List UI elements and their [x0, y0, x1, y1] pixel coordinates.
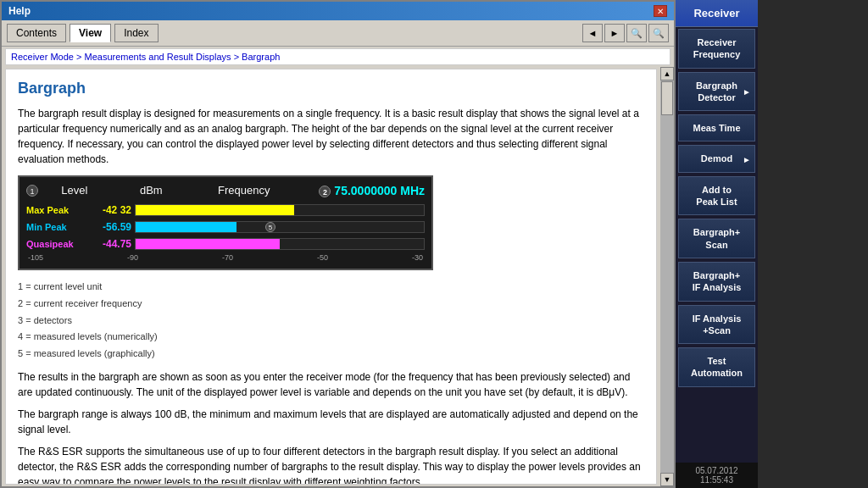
- meas-time-button[interactable]: Meas Time: [678, 114, 755, 141]
- bargraph-scan-button[interactable]: Bargraph+Scan: [678, 219, 755, 258]
- bargraph-scale: -105 -90 -70 -50 -30: [26, 253, 425, 262]
- maxpeak-value: -42 32: [89, 204, 131, 216]
- help-window: Help ✕ Contents View Index ◄ ► 🔍 🔍 Recei…: [0, 0, 676, 488]
- minpeak-label: Min Peak: [26, 222, 86, 232]
- nav-buttons: ◄ ► 🔍 🔍: [582, 24, 669, 42]
- maxpeak-label: Max Peak: [26, 205, 86, 215]
- legend-item-3: 3 = detectors: [18, 313, 644, 330]
- datetime-display: 05.07.201211:55:43: [676, 463, 758, 488]
- paragraph-4: The R&S ESR supports the simultaneous us…: [18, 444, 644, 485]
- scale-2: -90: [127, 253, 138, 262]
- bargraph-header: 1 Level dBm Frequency 2 75.0000000 MHz: [26, 184, 425, 197]
- tab-view[interactable]: View: [70, 24, 111, 42]
- bargraph-row-minpeak: Min Peak -56.59 5: [26, 219, 425, 235]
- quasipeak-label: Quasipeak: [26, 239, 86, 249]
- scale-1: -105: [28, 253, 43, 262]
- scroll-up-button[interactable]: ▲: [660, 67, 674, 80]
- breadcrumb: Receiver Mode > Measurements and Result …: [5, 48, 670, 65]
- breadcrumb-link-measurements[interactable]: Measurements and Result Displays: [85, 52, 231, 62]
- minpeak-bar: 5: [135, 221, 425, 233]
- add-to-peak-list-button[interactable]: Add toPeak List: [678, 176, 755, 216]
- receiver-frequency-button[interactable]: ReceiverFrequency: [678, 29, 755, 69]
- bargraph-unit: dBm: [140, 184, 163, 197]
- demod-arrow: ►: [743, 153, 751, 164]
- scale-4: -50: [317, 253, 328, 262]
- maxpeak-bar: [135, 204, 425, 216]
- close-button[interactable]: ✕: [654, 5, 667, 17]
- bargraph-detector-button[interactable]: BargraphDetector ►: [678, 72, 755, 112]
- bargraph-freq-value: 2 75.0000000 MHz: [319, 184, 425, 197]
- demod-button[interactable]: Demod ►: [678, 145, 755, 172]
- tab-index[interactable]: Index: [114, 24, 158, 42]
- scroll-thumb[interactable]: [661, 81, 673, 115]
- legend-item-1: 1 = current level unit: [18, 279, 644, 296]
- main-content: Bargraph The bargraph result display is …: [5, 69, 657, 485]
- scale-3: -70: [222, 253, 233, 262]
- nav-zoom-out-button[interactable]: 🔍: [648, 24, 669, 42]
- content-area: Bargraph The bargraph result display is …: [2, 67, 674, 486]
- paragraph-2: The results in the bargraph are shown as…: [18, 369, 644, 400]
- bargraph-row-maxpeak: Max Peak -42 32: [26, 202, 425, 218]
- quasipeak-bar: [135, 238, 425, 250]
- window-title: Help: [8, 5, 31, 17]
- bargraph-detector-arrow: ►: [743, 86, 751, 97]
- receiver-header: Receiver: [676, 0, 758, 27]
- paragraph-1: The bargraph result display is designed …: [18, 106, 644, 167]
- minpeak-bar-fill: [136, 222, 236, 232]
- minpeak-value: -56.59: [89, 221, 131, 233]
- legend-item-2: 2 = current receiver frequency: [18, 296, 644, 313]
- breadcrumb-current: Bargraph: [242, 52, 280, 62]
- if-analysis-scan-button[interactable]: IF Analysis+Scan: [678, 305, 755, 345]
- nav-forward-button[interactable]: ►: [604, 24, 625, 42]
- legend-item-4: 4 = measured levels (numerically): [18, 329, 644, 346]
- right-panel: Receiver ReceiverFrequency BargraphDetec…: [676, 0, 758, 488]
- bargraph-rows: Max Peak -42 32 Min Peak -56.59 5: [26, 202, 425, 252]
- nav-zoom-in-button[interactable]: 🔍: [626, 24, 647, 42]
- legend: 1 = current level unit 2 = current recei…: [18, 279, 644, 363]
- scrollbar[interactable]: ▲ ▼: [660, 67, 674, 486]
- tab-contents[interactable]: Contents: [7, 24, 66, 42]
- scroll-track[interactable]: [660, 80, 674, 473]
- bargraph-row-quasipeak: Quasipeak -44.75: [26, 236, 425, 252]
- bargraph-freq-label: Frequency: [218, 184, 270, 197]
- bargraph-display: 1 Level dBm Frequency 2 75.0000000 MHz M…: [18, 175, 433, 270]
- bargraph-if-analysis-button[interactable]: Bargraph+IF Analysis: [678, 262, 755, 302]
- breadcrumb-link-receiver[interactable]: Receiver Mode: [11, 52, 74, 62]
- toolbar: Contents View Index ◄ ► 🔍 🔍: [2, 20, 674, 47]
- legend-item-5: 5 = measured levels (graphically): [18, 346, 644, 363]
- quasipeak-value: -44.75: [89, 238, 131, 250]
- maxpeak-bar-fill: [136, 205, 294, 215]
- page-title: Bargraph: [18, 80, 644, 97]
- nav-back-button[interactable]: ◄: [582, 24, 603, 42]
- test-automation-button[interactable]: TestAutomation: [678, 347, 755, 387]
- bargraph-num1: 1: [26, 184, 38, 197]
- scale-5: -30: [412, 253, 423, 262]
- bargraph-level-label: Level: [61, 184, 87, 197]
- quasipeak-bar-fill: [136, 239, 280, 249]
- paragraph-3: The bargraph range is always 100 dB, the…: [18, 407, 644, 437]
- title-bar: Help ✕: [2, 2, 674, 20]
- scroll-down-button[interactable]: ▼: [660, 473, 674, 486]
